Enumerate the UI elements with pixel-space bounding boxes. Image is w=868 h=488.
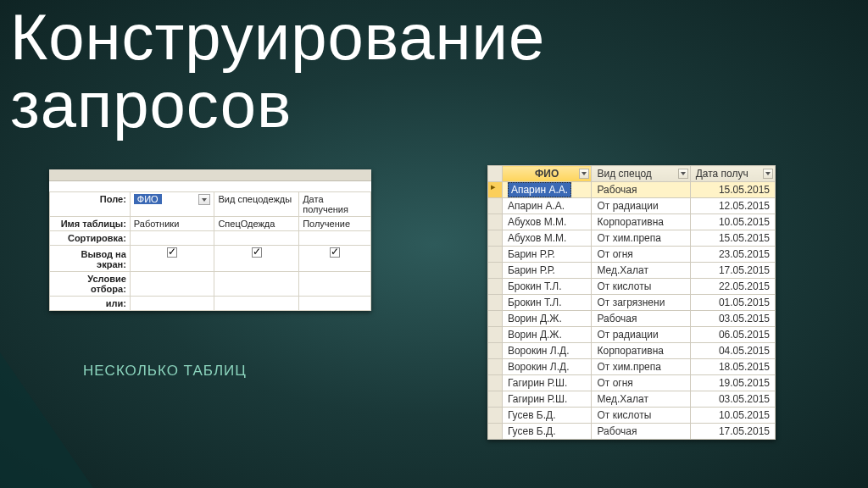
field-combo-icon[interactable] <box>198 194 210 205</box>
or-cell-2[interactable] <box>299 297 371 311</box>
table-row[interactable]: Барин Р.Р.Мед.Халат17.05.2015 <box>488 263 776 279</box>
cell-vid[interactable]: От радиации <box>592 198 690 214</box>
criteria-cell-2[interactable] <box>299 272 371 297</box>
cell-date[interactable]: 10.05.2015 <box>690 408 775 424</box>
row-selector[interactable] <box>488 327 503 343</box>
cell-fio[interactable]: Ворокин Л.Д. <box>502 359 592 375</box>
cell-date[interactable]: 01.05.2015 <box>690 295 775 311</box>
row-selector[interactable] <box>488 343 503 359</box>
table-row[interactable]: Ворин Д.Ж.От радиации06.05.2015 <box>488 327 776 343</box>
cell-vid[interactable]: От огня <box>592 247 690 263</box>
row-selector[interactable] <box>488 230 503 247</box>
cell-date[interactable]: 06.05.2015 <box>690 327 775 343</box>
row-selector[interactable] <box>488 214 503 230</box>
table-row[interactable]: Апарин А.А.От радиации12.05.2015 <box>488 198 776 214</box>
column-header-fio[interactable]: ФИО <box>502 166 592 182</box>
cell-fio[interactable]: Барин Р.Р. <box>502 247 592 263</box>
cell-vid[interactable]: Корпоративна <box>592 214 690 230</box>
table-row[interactable]: Апарин А.А.Рабочая15.05.2015 <box>488 182 776 198</box>
column-header-date[interactable]: Дата получ <box>690 166 775 182</box>
dropdown-icon[interactable] <box>579 169 589 179</box>
row-selector[interactable] <box>488 263 503 279</box>
show-cell-1[interactable] <box>214 246 299 272</box>
row-selector[interactable] <box>488 359 503 375</box>
cell-date[interactable]: 17.05.2015 <box>690 263 775 279</box>
cell-fio[interactable]: Гусев Б.Д. <box>502 424 592 440</box>
cell-vid[interactable]: От огня <box>592 375 690 391</box>
table-row[interactable]: Ворокин Л.Д.От хим.препа18.05.2015 <box>488 359 776 375</box>
cell-fio[interactable]: Барин Р.Р. <box>502 263 592 279</box>
row-selector[interactable] <box>488 247 503 263</box>
row-selector[interactable] <box>488 375 503 391</box>
cell-fio[interactable]: Ворин Д.Ж. <box>502 311 592 327</box>
table-row[interactable]: Барин Р.Р.От огня23.05.2015 <box>488 247 776 263</box>
cell-date[interactable]: 12.05.2015 <box>690 198 775 214</box>
cell-vid[interactable]: От хим.препа <box>592 359 690 375</box>
field-cell-0[interactable]: ФИО <box>130 192 214 217</box>
cell-fio[interactable]: Апарин А.А. <box>502 182 592 198</box>
sort-cell-2[interactable] <box>299 231 371 246</box>
cell-date[interactable]: 03.05.2015 <box>690 311 775 327</box>
cell-vid[interactable]: Мед.Халат <box>592 391 690 408</box>
cell-fio[interactable]: Абухов М.М. <box>502 230 592 247</box>
criteria-cell-0[interactable] <box>130 272 214 297</box>
cell-date[interactable]: 22.05.2015 <box>690 279 775 295</box>
cell-date[interactable]: 10.05.2015 <box>690 214 775 230</box>
cell-vid[interactable]: Корпоративна <box>592 343 690 359</box>
cell-fio[interactable]: Гагирин Р.Ш. <box>502 391 592 408</box>
row-selector[interactable] <box>488 182 503 198</box>
cell-date[interactable]: 04.05.2015 <box>690 343 775 359</box>
cell-fio[interactable]: Ворин Д.Ж. <box>502 327 592 343</box>
table-row[interactable]: Ворокин Л.Д.Корпоративна04.05.2015 <box>488 343 776 359</box>
sort-cell-0[interactable] <box>130 231 214 246</box>
cell-fio[interactable]: Гагирин Р.Ш. <box>502 375 592 391</box>
cell-vid[interactable]: От радиации <box>592 327 690 343</box>
table-cell-1[interactable]: СпецОдежда <box>214 217 299 231</box>
cell-vid[interactable]: От хим.препа <box>592 230 690 247</box>
row-selector[interactable] <box>488 424 503 440</box>
dropdown-icon[interactable] <box>678 169 688 179</box>
table-row[interactable]: Абухов М.М.Корпоративна10.05.2015 <box>488 214 776 230</box>
show-cell-2[interactable] <box>299 246 371 272</box>
row-selector[interactable] <box>488 198 503 214</box>
cell-fio[interactable]: Апарин А.А. <box>502 198 592 214</box>
row-selector-header[interactable] <box>488 166 503 182</box>
cell-date[interactable]: 15.05.2015 <box>690 230 775 247</box>
column-header-vid[interactable]: Вид спецод <box>592 166 690 182</box>
sort-cell-1[interactable] <box>214 231 299 246</box>
cell-vid[interactable]: От загрязнени <box>592 295 690 311</box>
cell-fio[interactable]: Брокин Т.Л. <box>502 295 592 311</box>
cell-date[interactable]: 18.05.2015 <box>690 359 775 375</box>
table-row[interactable]: Ворин Д.Ж.Рабочая03.05.2015 <box>488 311 776 327</box>
checkbox-icon[interactable] <box>330 247 340 258</box>
cell-date[interactable]: 17.05.2015 <box>690 424 775 440</box>
checkbox-icon[interactable] <box>252 247 262 258</box>
table-row[interactable]: Гагирин Р.Ш.От огня19.05.2015 <box>488 375 776 391</box>
row-selector[interactable] <box>488 391 503 408</box>
table-row[interactable]: Брокин Т.Л.От кислоты22.05.2015 <box>488 279 776 295</box>
table-row[interactable]: Абухов М.М.От хим.препа15.05.2015 <box>488 230 776 247</box>
show-cell-0[interactable] <box>130 246 214 272</box>
cell-fio[interactable]: Абухов М.М. <box>502 214 592 230</box>
cell-vid[interactable]: Рабочая <box>592 424 690 440</box>
table-row[interactable]: Гусев Б.Д.От кислоты10.05.2015 <box>488 408 776 424</box>
table-row[interactable]: Гусев Б.Д.Рабочая17.05.2015 <box>488 424 776 440</box>
or-cell-0[interactable] <box>130 297 214 311</box>
cell-vid[interactable]: От кислоты <box>592 408 690 424</box>
row-selector[interactable] <box>488 295 503 311</box>
cell-date[interactable]: 15.05.2015 <box>690 182 775 198</box>
cell-vid[interactable]: Рабочая <box>592 311 690 327</box>
row-selector[interactable] <box>488 279 503 295</box>
checkbox-icon[interactable] <box>167 247 177 258</box>
cell-date[interactable]: 03.05.2015 <box>690 391 775 408</box>
cell-vid[interactable]: От кислоты <box>592 279 690 295</box>
table-row[interactable]: Брокин Т.Л.От загрязнени01.05.2015 <box>488 295 776 311</box>
dropdown-icon[interactable] <box>763 169 773 179</box>
or-cell-1[interactable] <box>214 297 299 311</box>
table-cell-0[interactable]: Работники <box>130 217 214 231</box>
cell-fio[interactable]: Гусев Б.Д. <box>502 408 592 424</box>
criteria-cell-1[interactable] <box>214 272 299 297</box>
table-cell-2[interactable]: Получение <box>299 217 371 231</box>
row-selector[interactable] <box>488 408 503 424</box>
field-cell-1[interactable]: Вид спецодежды <box>214 192 299 217</box>
